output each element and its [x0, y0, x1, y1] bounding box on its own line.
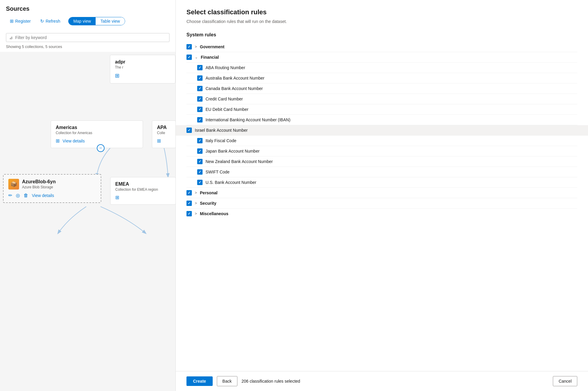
- expand-icon-miscellaneous[interactable]: >: [195, 212, 197, 216]
- rule-label-japan: Japan Bank Account Number: [206, 149, 259, 153]
- checkbox-australia[interactable]: [197, 75, 203, 81]
- rule-row-aba: ABA Routing Number: [186, 63, 577, 73]
- view-toggle: Map view Table view: [68, 17, 125, 25]
- left-panel: Sources ⊞ Register ↻ Refresh Map view Ta…: [0, 0, 176, 391]
- americas-subtitle: Collection for Americas: [56, 131, 138, 135]
- classification-count: 206 classification rules selected: [242, 379, 300, 384]
- rule-label-aba: ABA Routing Number: [206, 65, 245, 70]
- rule-row-newzealand: New Zealand Bank Account Number: [186, 156, 577, 167]
- right-footer: Create Back 206 classification rules sel…: [176, 371, 588, 391]
- emea-subtitle: Collection for EMEA region: [115, 187, 171, 192]
- rule-label-security: Security: [200, 201, 216, 206]
- rule-row-financial: ⌄Financial: [186, 52, 577, 63]
- checkbox-swift[interactable]: [197, 169, 203, 175]
- expand-icon-personal[interactable]: >: [195, 191, 197, 195]
- expand-icon-security[interactable]: >: [195, 201, 197, 205]
- rules-list: >Government⌄FinancialABA Routing NumberA…: [186, 42, 577, 219]
- checkbox-government[interactable]: [186, 44, 192, 49]
- showing-text: Showing 5 collections, 5 sources: [0, 44, 175, 52]
- cancel-button[interactable]: Cancel: [553, 376, 577, 386]
- register-label: Register: [15, 19, 31, 24]
- expand-icon-financial[interactable]: ⌄: [195, 55, 198, 59]
- rule-row-credit: Credit Card Number: [186, 94, 577, 104]
- collapse-button[interactable]: −: [97, 144, 105, 152]
- azure-node: 📦 AzureBlob-6yn Azure Blob Storage ✏ ◎ 🗑…: [3, 174, 101, 203]
- checkbox-newzealand[interactable]: [197, 159, 203, 164]
- rule-row-australia: Australia Bank Account Number: [186, 73, 577, 83]
- checkbox-financial[interactable]: [186, 55, 192, 60]
- back-button[interactable]: Back: [217, 376, 237, 386]
- checkbox-security[interactable]: [186, 201, 192, 206]
- rule-label-credit: Credit Card Number: [206, 97, 243, 101]
- right-title: Select classification rules: [186, 8, 577, 16]
- apac-title: APA: [157, 125, 171, 130]
- register-icon: ⊞: [10, 18, 14, 24]
- right-content: Select classification rules Choose class…: [176, 0, 588, 371]
- create-button[interactable]: Create: [186, 376, 213, 386]
- apac-grid-icon: ⊞: [157, 138, 161, 143]
- checkbox-eu[interactable]: [197, 107, 203, 112]
- checkbox-italy[interactable]: [197, 138, 203, 143]
- refresh-button[interactable]: ↻ Refresh: [36, 16, 64, 26]
- checkbox-credit[interactable]: [197, 96, 203, 102]
- americas-node: Americas Collection for Americas ⊞ View …: [51, 120, 143, 148]
- rule-label-personal: Personal: [200, 190, 217, 195]
- filter-icon: ⊿: [9, 35, 13, 40]
- search-input[interactable]: [15, 35, 166, 40]
- top-node-subtitle: The r: [115, 65, 170, 69]
- table-view-button[interactable]: Table view: [96, 17, 125, 25]
- rule-row-security: >Security: [186, 198, 577, 209]
- checkbox-canada[interactable]: [197, 86, 203, 91]
- rule-label-italy: Italy Fiscal Code: [206, 138, 236, 143]
- rule-label-newzealand: New Zealand Bank Account Number: [206, 159, 273, 164]
- expand-icon-government[interactable]: >: [195, 45, 197, 49]
- americas-view-details[interactable]: View details: [63, 139, 85, 143]
- rule-row-government: >Government: [186, 42, 577, 52]
- checkbox-iban[interactable]: [197, 117, 203, 122]
- refresh-icon: ↻: [40, 18, 44, 24]
- checkbox-personal[interactable]: [186, 190, 192, 196]
- emea-grid-icon: ⊞: [115, 195, 119, 200]
- emea-node: EMEA Collection for EMEA region ⊞: [110, 177, 175, 205]
- rule-label-swift: SWIFT Code: [206, 170, 230, 174]
- page-title: Sources: [6, 5, 169, 12]
- apac-node: APA Colle ⊞: [152, 120, 175, 148]
- rule-row-personal: >Personal: [186, 188, 577, 198]
- checkbox-israel[interactable]: [186, 128, 192, 133]
- right-panel: Select classification rules Choose class…: [176, 0, 588, 391]
- search-bar[interactable]: ⊿: [6, 33, 169, 42]
- azure-header: 📦 AzureBlob-6yn Azure Blob Storage: [8, 179, 96, 190]
- checkbox-miscellaneous[interactable]: [186, 211, 192, 216]
- checkbox-aba[interactable]: [197, 65, 203, 70]
- map-view-button[interactable]: Map view: [69, 17, 96, 25]
- rule-label-iban: International Banking Account Number (IB…: [206, 117, 290, 122]
- target-icon[interactable]: ◎: [16, 193, 20, 198]
- americas-actions: ⊞ View details: [56, 138, 138, 144]
- azure-view-details[interactable]: View details: [32, 193, 54, 198]
- edit-icon[interactable]: ✏: [8, 193, 12, 198]
- checkbox-us[interactable]: [197, 180, 203, 185]
- top-node: adpr The r ⊞: [110, 55, 175, 83]
- right-subtitle: Choose classification rules that will ru…: [186, 19, 577, 24]
- rule-row-swift: SWIFT Code: [186, 167, 577, 177]
- americas-title: Americas: [56, 125, 138, 130]
- delete-icon[interactable]: 🗑: [24, 193, 28, 198]
- checkbox-japan[interactable]: [197, 148, 203, 154]
- rule-label-financial: Financial: [201, 55, 219, 60]
- rule-label-australia: Australia Bank Account Number: [206, 76, 265, 80]
- system-rules-heading: System rules: [186, 32, 577, 38]
- rule-label-eu: EU Debit Card Number: [206, 107, 248, 112]
- rule-row-italy: Italy Fiscal Code: [186, 136, 577, 146]
- americas-grid-icon: ⊞: [56, 138, 60, 144]
- azure-subtitle: Azure Blob Storage: [22, 185, 56, 189]
- rule-row-miscellaneous: >Miscellaneous: [186, 209, 577, 219]
- top-node-icon: ⊞: [115, 73, 119, 79]
- rule-row-iban: International Banking Account Number (IB…: [186, 115, 577, 125]
- top-node-title: adpr: [115, 59, 170, 65]
- apac-subtitle: Colle: [157, 131, 171, 135]
- rule-row-eu: EU Debit Card Number: [186, 104, 577, 115]
- azure-blob-icon: 📦: [8, 179, 19, 190]
- rule-row-canada: Canada Bank Account Number: [186, 83, 577, 94]
- register-button[interactable]: ⊞ Register: [6, 16, 35, 26]
- rule-row-israel: Israel Bank Account Number: [176, 125, 588, 136]
